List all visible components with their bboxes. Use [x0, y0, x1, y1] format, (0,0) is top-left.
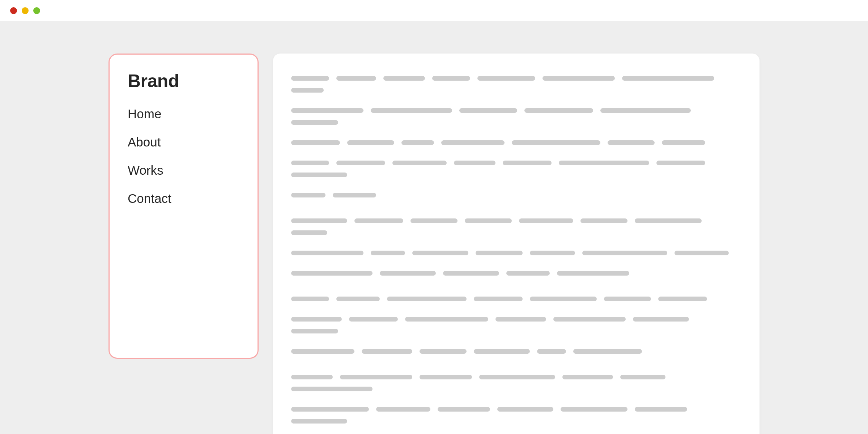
placeholder-line: [291, 76, 741, 93]
placeholder-paragraph: [291, 218, 741, 276]
sidebar-nav: Home About Works Contact: [128, 107, 239, 206]
placeholder-word: [561, 407, 627, 412]
content-panel: [273, 54, 760, 434]
placeholder-word: [604, 297, 651, 301]
placeholder-word: [349, 317, 398, 322]
placeholder-word: [336, 161, 385, 165]
placeholder-word: [608, 140, 655, 145]
placeholder-paragraph: [291, 375, 741, 434]
maximize-icon[interactable]: [33, 7, 40, 14]
placeholder-word: [559, 161, 649, 165]
window-titlebar: [0, 0, 868, 21]
placeholder-line: [291, 251, 741, 255]
placeholder-word: [542, 76, 615, 81]
brand-logo[interactable]: Brand: [128, 71, 239, 92]
placeholder-word: [432, 76, 470, 81]
placeholder-word: [476, 251, 523, 255]
placeholder-word: [459, 108, 517, 113]
placeholder-word: [333, 193, 376, 197]
placeholder-word: [291, 251, 363, 255]
placeholder-word: [291, 161, 329, 165]
placeholder-word: [291, 76, 329, 81]
placeholder-word: [291, 193, 326, 197]
placeholder-word: [497, 407, 553, 412]
placeholder-word: [582, 251, 667, 255]
placeholder-word: [537, 349, 566, 354]
placeholder-word: [380, 271, 436, 276]
placeholder-word: [291, 108, 363, 113]
sidebar-item-works[interactable]: Works: [128, 163, 239, 178]
placeholder-word: [291, 140, 340, 145]
placeholder-line: [291, 271, 741, 276]
placeholder-word: [557, 271, 629, 276]
sidebar-item-contact[interactable]: Contact: [128, 191, 239, 206]
placeholder-word: [420, 349, 467, 354]
sidebar: Brand Home About Works Contact: [109, 54, 259, 359]
placeholder-word: [662, 140, 705, 145]
placeholder-word: [443, 271, 499, 276]
placeholder-word: [600, 108, 691, 113]
placeholder-word: [291, 387, 373, 391]
placeholder-word: [506, 271, 550, 276]
placeholder-word: [410, 218, 458, 223]
placeholder-word: [387, 297, 467, 301]
placeholder-word: [354, 218, 403, 223]
placeholder-word: [633, 317, 689, 322]
placeholder-word: [573, 349, 642, 354]
placeholder-word: [291, 329, 338, 333]
placeholder-word: [420, 375, 472, 379]
sidebar-item-home[interactable]: Home: [128, 107, 239, 121]
placeholder-word: [376, 407, 430, 412]
placeholder-word: [291, 120, 338, 125]
placeholder-word: [562, 375, 613, 379]
placeholder-word: [336, 76, 376, 81]
placeholder-word: [503, 161, 552, 165]
placeholder-line: [291, 193, 741, 197]
placeholder-line: [291, 375, 741, 391]
placeholder-word: [291, 271, 373, 276]
page-viewport: Brand Home About Works Contact: [0, 21, 868, 434]
placeholder-word: [454, 161, 495, 165]
placeholder-word: [291, 230, 327, 235]
minimize-icon[interactable]: [22, 7, 29, 14]
placeholder-word: [474, 349, 530, 354]
placeholder-word: [347, 140, 394, 145]
placeholder-word: [524, 108, 593, 113]
placeholder-line: [291, 161, 741, 177]
main-layout: Brand Home About Works Contact: [0, 54, 868, 434]
placeholder-line: [291, 108, 741, 125]
close-icon[interactable]: [10, 7, 17, 14]
placeholder-line: [291, 349, 741, 354]
placeholder-word: [392, 161, 447, 165]
placeholder-word: [519, 218, 573, 223]
placeholder-word: [362, 349, 412, 354]
placeholder-word: [474, 297, 523, 301]
placeholder-word: [622, 76, 714, 81]
placeholder-word: [291, 218, 347, 223]
sidebar-item-about[interactable]: About: [128, 135, 239, 149]
placeholder-word: [412, 251, 468, 255]
placeholder-word: [530, 297, 597, 301]
placeholder-word: [441, 140, 505, 145]
placeholder-line: [291, 140, 741, 145]
placeholder-word: [438, 407, 490, 412]
placeholder-word: [580, 218, 627, 223]
placeholder-word: [658, 297, 707, 301]
placeholder-word: [401, 140, 434, 145]
placeholder-word: [530, 251, 575, 255]
placeholder-word: [465, 218, 512, 223]
placeholder-word: [291, 349, 354, 354]
placeholder-word: [340, 375, 412, 379]
placeholder-word: [371, 251, 405, 255]
placeholder-word: [291, 173, 347, 177]
placeholder-word: [291, 375, 333, 379]
placeholder-paragraph: [291, 297, 741, 354]
placeholder-word: [291, 317, 342, 322]
placeholder-word: [675, 251, 729, 255]
placeholder-word: [656, 161, 705, 165]
placeholder-word: [371, 108, 452, 113]
placeholder-line: [291, 407, 741, 424]
placeholder-word: [405, 317, 488, 322]
placeholder-word: [479, 375, 555, 379]
placeholder-line: [291, 297, 741, 301]
